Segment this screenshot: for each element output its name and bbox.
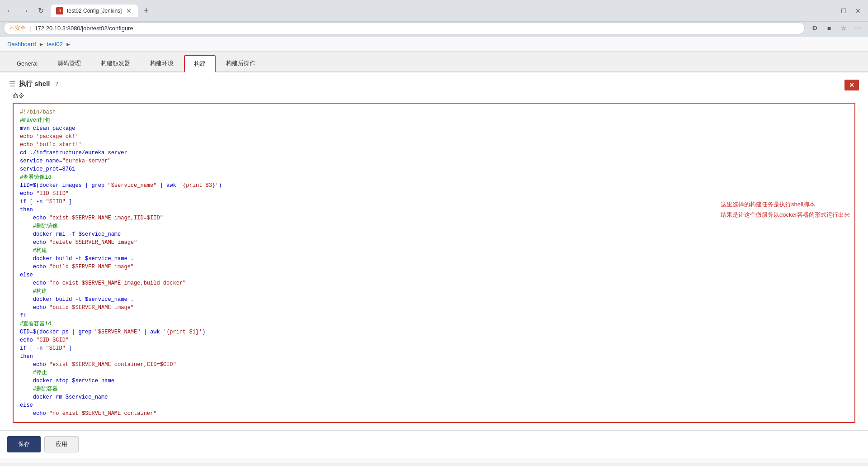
- address-bar[interactable]: 不安全 | 172.20.10.3:8080/job/test02/config…: [4, 22, 805, 34]
- delete-section-button[interactable]: ✕: [844, 80, 859, 90]
- apply-button[interactable]: 应用: [44, 436, 79, 452]
- security-warning: 不安全: [9, 24, 26, 32]
- side-note-line2: 结果是让这个微服务以docker容器的形式运行出来: [721, 209, 850, 220]
- tab-source[interactable]: 源码管理: [48, 55, 90, 71]
- drag-handle-icon: ☰: [9, 80, 15, 88]
- maximize-button[interactable]: ☐: [837, 5, 850, 17]
- side-note-line1: 这里选择的构建任务是执行shell脚本: [721, 199, 850, 209]
- close-browser-button[interactable]: ✕: [852, 5, 864, 17]
- new-tab-button[interactable]: +: [140, 4, 152, 18]
- forward-button[interactable]: →: [19, 5, 32, 17]
- browser-controls: ← → ↻: [4, 5, 47, 17]
- tab-bar: J test02 Config [Jenkins] ✕ +: [51, 4, 819, 18]
- jenkins-config-panel: General 源码管理 构建触发器 构建环境 构建 构建后操作 ☰ 执行 sh…: [0, 52, 868, 458]
- minimize-button[interactable]: −: [823, 5, 835, 17]
- settings-button[interactable]: ⚙: [808, 22, 821, 34]
- code-editor[interactable]: #!/bin/bash#maven打包mvn clean packageecho…: [14, 104, 854, 422]
- side-note: 这里选择的构建任务是执行shell脚本 结果是让这个微服务以docker容器的形…: [721, 199, 850, 220]
- save-button[interactable]: 保存: [7, 436, 41, 452]
- tab-general[interactable]: General: [7, 55, 47, 71]
- command-label: 命令: [9, 92, 859, 100]
- menu-button[interactable]: ⋯: [852, 22, 864, 34]
- breadcrumb-test02[interactable]: test02: [47, 41, 63, 48]
- main-content: Dashboard ► test02 ► General 源码管理 构建触发器 …: [0, 37, 868, 463]
- favorites-button[interactable]: ☆: [837, 22, 850, 34]
- browser-actions: − ☐ ✕: [823, 5, 864, 17]
- tab-triggers[interactable]: 构建触发器: [91, 55, 140, 71]
- tab-title: test02 Config [Jenkins]: [67, 8, 122, 14]
- help-icon[interactable]: ?: [55, 81, 58, 87]
- breadcrumb-dashboard[interactable]: Dashboard: [7, 41, 36, 48]
- config-tabs: General 源码管理 构建触发器 构建环境 构建 构建后操作: [0, 52, 868, 72]
- reload-button[interactable]: ↻: [34, 5, 47, 17]
- breadcrumb-sep-2: ►: [66, 41, 71, 48]
- browser-right-actions: ⚙ ■ ☆ ⋯: [808, 22, 864, 34]
- section-header: ☰ 执行 shell ?: [9, 80, 859, 88]
- section-title: 执行 shell: [19, 80, 50, 88]
- extensions-button[interactable]: ■: [823, 22, 835, 34]
- tab-environment[interactable]: 构建环境: [141, 55, 183, 71]
- breadcrumb: Dashboard ► test02 ►: [0, 37, 868, 52]
- footer-buttons: 保存 应用: [0, 430, 868, 458]
- browser-chrome: ← → ↻ J test02 Config [Jenkins] ✕ + − ☐ …: [0, 0, 868, 22]
- tab-build[interactable]: 构建: [184, 55, 216, 72]
- address-bar-row: 不安全 | 172.20.10.3:8080/job/test02/config…: [0, 22, 868, 37]
- build-section: ☰ 执行 shell ? ✕ 命令 #!/bin/bash#maven打包mvn…: [0, 72, 868, 430]
- breadcrumb-sep-1: ►: [39, 41, 44, 48]
- code-editor-wrapper: #!/bin/bash#maven打包mvn clean packageecho…: [13, 103, 855, 423]
- tab-post-build[interactable]: 构建后操作: [217, 55, 265, 71]
- browser-tab-active[interactable]: J test02 Config [Jenkins] ✕: [51, 5, 138, 17]
- tab-close-button[interactable]: ✕: [125, 7, 132, 14]
- tab-favicon: J: [56, 7, 63, 14]
- back-button[interactable]: ←: [4, 5, 16, 17]
- url-text: 172.20.10.3:8080/job/test02/configure: [34, 25, 799, 32]
